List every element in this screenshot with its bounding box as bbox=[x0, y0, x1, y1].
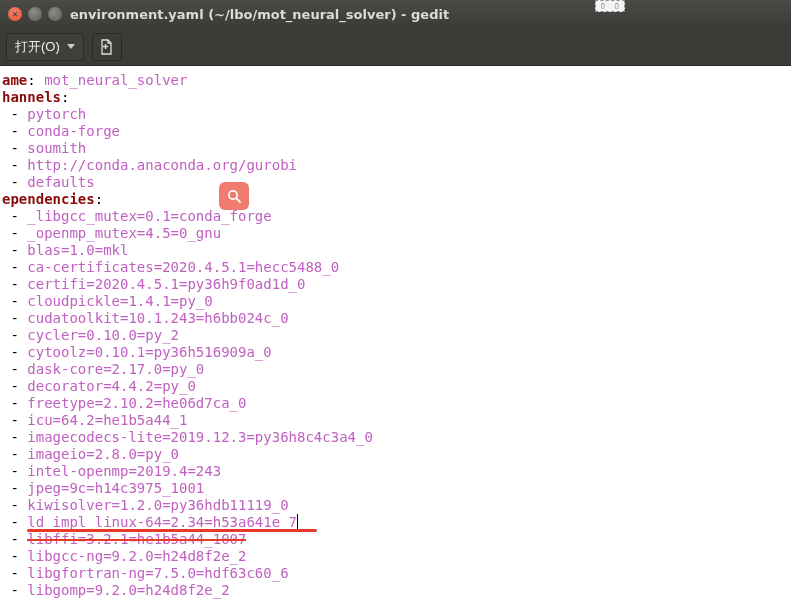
yaml-list-item: conda-forge bbox=[27, 123, 120, 139]
yaml-dash: - bbox=[2, 514, 27, 530]
yaml-list-item: pytorch bbox=[27, 106, 86, 122]
editor-line: - http://conda.anaconda.org/gurobi bbox=[2, 157, 791, 174]
editor-line: - cycler=0.10.0=py_2 bbox=[2, 327, 791, 344]
text-editor-area[interactable]: ame: mot_neural_solverhannels: - pytorch… bbox=[0, 66, 791, 600]
yaml-dash: - bbox=[2, 497, 27, 513]
editor-line: - intel-openmp=2019.4=243 bbox=[2, 463, 791, 480]
editor-line: - pytorch bbox=[2, 106, 791, 123]
chevron-down-icon bbox=[67, 44, 75, 49]
yaml-dash: - bbox=[2, 310, 27, 326]
yaml-key: ame bbox=[2, 72, 27, 88]
red-underline-annotation bbox=[27, 529, 317, 532]
window-close-button[interactable]: ✕ bbox=[8, 7, 22, 21]
yaml-dash: - bbox=[2, 565, 27, 581]
yaml-dash: - bbox=[2, 412, 27, 428]
yaml-key: ependencies bbox=[2, 191, 95, 207]
yaml-dash: - bbox=[2, 344, 27, 360]
yaml-dash: - bbox=[2, 225, 27, 241]
text-cursor bbox=[297, 514, 298, 529]
svg-line-1 bbox=[236, 198, 240, 202]
yaml-dash: - bbox=[2, 395, 27, 411]
yaml-dash: - bbox=[2, 140, 27, 156]
editor-line: - ca-certificates=2020.4.5.1=hecc5488_0 bbox=[2, 259, 791, 276]
editor-line: - cytoolz=0.10.1=py36h516909a_0 bbox=[2, 344, 791, 361]
open-file-button[interactable]: 打开(O) bbox=[6, 33, 84, 61]
yaml-dash: - bbox=[2, 174, 27, 190]
top-unknown-widget: ▯▯ bbox=[595, 0, 625, 12]
yaml-dash: - bbox=[2, 463, 27, 479]
yaml-key: hannels bbox=[2, 89, 61, 105]
yaml-list-item: libgfortran-ng=7.5.0=hdf63c60_6 bbox=[27, 565, 288, 581]
editor-line: - libgomp=9.2.0=h24d8f2e_2 bbox=[2, 582, 791, 599]
yaml-list-item: kiwisolver=1.2.0=py36hdb11119_0 bbox=[27, 497, 288, 513]
editor-line: - _openmp_mutex=4.5=0_gnu bbox=[2, 225, 791, 242]
yaml-list-item: ld_impl_linux-64=2.34=h53a641e_7 bbox=[27, 514, 297, 530]
editor-line: - certifi=2020.4.5.1=py36h9f0ad1d_0 bbox=[2, 276, 791, 293]
editor-line: - imageio=2.8.0=py_0 bbox=[2, 446, 791, 463]
editor-line: - conda-forge bbox=[2, 123, 791, 140]
yaml-list-item: imagecodecs-lite=2019.12.3=py36h8c4c3a4_… bbox=[27, 429, 373, 445]
yaml-list-item: cloudpickle=1.4.1=py_0 bbox=[27, 293, 212, 309]
editor-line: - defaults bbox=[2, 174, 791, 191]
yaml-list-item: dask-core=2.17.0=py_0 bbox=[27, 361, 204, 377]
editor-line: - _libgcc_mutex=0.1=conda_forge bbox=[2, 208, 791, 225]
editor-line: - jpeg=9c=h14c3975_1001 bbox=[2, 480, 791, 497]
yaml-list-item: ca-certificates=2020.4.5.1=hecc5488_0 bbox=[27, 259, 339, 275]
editor-line: - cloudpickle=1.4.1=py_0 bbox=[2, 293, 791, 310]
yaml-list-item: jpeg=9c=h14c3975_1001 bbox=[27, 480, 204, 496]
yaml-dash: - bbox=[2, 259, 27, 275]
yaml-dash: - bbox=[2, 582, 27, 598]
yaml-list-item: _libgcc_mutex=0.1=conda_forge bbox=[27, 208, 271, 224]
editor-line: - dask-core=2.17.0=py_0 bbox=[2, 361, 791, 378]
editor-line: - cudatoolkit=10.1.243=h6bb024c_0 bbox=[2, 310, 791, 327]
yaml-dash: - bbox=[2, 531, 27, 547]
editor-line: - kiwisolver=1.2.0=py36hdb11119_0 bbox=[2, 497, 791, 514]
yaml-dash: - bbox=[2, 548, 27, 564]
yaml-list-item: defaults bbox=[27, 174, 94, 190]
yaml-colon: : bbox=[27, 72, 44, 88]
editor-line: - freetype=2.10.2=he06d7ca_0 bbox=[2, 395, 791, 412]
yaml-list-item: decorator=4.4.2=py_0 bbox=[27, 378, 196, 394]
search-overlay-button[interactable] bbox=[219, 182, 249, 210]
window-maximize-button[interactable] bbox=[48, 7, 62, 21]
yaml-dash: - bbox=[2, 157, 27, 173]
yaml-list-item: cudatoolkit=10.1.243=h6bb024c_0 bbox=[27, 310, 288, 326]
yaml-dash: - bbox=[2, 242, 27, 258]
editor-line: - icu=64.2=he1b5a44_1 bbox=[2, 412, 791, 429]
window-controls: ✕ bbox=[8, 7, 62, 21]
window-title: environment.yaml (~/lbo/mot_neural_solve… bbox=[70, 7, 449, 22]
yaml-list-item: libgomp=9.2.0=h24d8f2e_2 bbox=[27, 582, 229, 598]
yaml-list-item: cytoolz=0.10.1=py36h516909a_0 bbox=[27, 344, 271, 360]
yaml-list-item: soumith bbox=[27, 140, 86, 156]
yaml-dash: - bbox=[2, 480, 27, 496]
editor-line: - libgcc-ng=9.2.0=h24d8f2e_2 bbox=[2, 548, 791, 565]
window-minimize-button[interactable] bbox=[28, 7, 42, 21]
yaml-list-item: _openmp_mutex=4.5=0_gnu bbox=[27, 225, 221, 241]
open-file-label: 打开(O) bbox=[15, 38, 60, 56]
editor-line: - decorator=4.4.2=py_0 bbox=[2, 378, 791, 395]
yaml-dash: - bbox=[2, 361, 27, 377]
yaml-list-item: intel-openmp=2019.4=243 bbox=[27, 463, 221, 479]
yaml-list-item: icu=64.2=he1b5a44_1 bbox=[27, 412, 187, 428]
editor-line: ame: mot_neural_solver bbox=[2, 72, 791, 89]
search-icon bbox=[226, 188, 242, 204]
yaml-list-item: http://conda.anaconda.org/gurobi bbox=[27, 157, 297, 173]
yaml-dash: - bbox=[2, 208, 27, 224]
yaml-list-item: blas=1.0=mkl bbox=[27, 242, 128, 258]
editor-line: - blas=1.0=mkl bbox=[2, 242, 791, 259]
yaml-dash: - bbox=[2, 378, 27, 394]
yaml-colon: : bbox=[95, 191, 103, 207]
editor-line: - soumith bbox=[2, 140, 791, 157]
yaml-dash: - bbox=[2, 276, 27, 292]
yaml-list-item: cycler=0.10.0=py_2 bbox=[27, 327, 179, 343]
yaml-list-item: freetype=2.10.2=he06d7ca_0 bbox=[27, 395, 246, 411]
yaml-dash: - bbox=[2, 429, 27, 445]
yaml-colon: : bbox=[61, 89, 69, 105]
editor-line: hannels: bbox=[2, 89, 791, 106]
editor-line: - libgfortran-ng=7.5.0=hdf63c60_6 bbox=[2, 565, 791, 582]
yaml-dash: - bbox=[2, 293, 27, 309]
new-document-button[interactable] bbox=[92, 33, 122, 61]
yaml-list-item: libgcc-ng=9.2.0=h24d8f2e_2 bbox=[27, 548, 246, 564]
yaml-dash: - bbox=[2, 123, 27, 139]
new-document-icon bbox=[99, 39, 115, 55]
